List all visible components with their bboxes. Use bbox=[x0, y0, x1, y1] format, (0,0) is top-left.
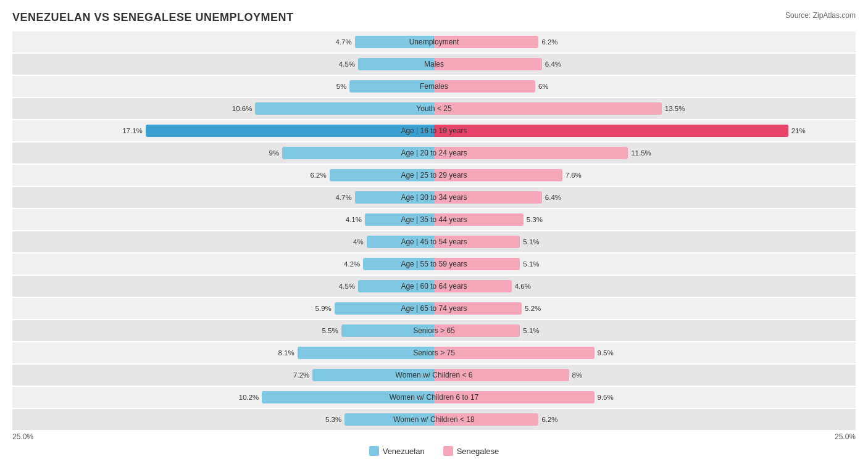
value-left: 5.3% bbox=[325, 416, 341, 423]
axis-right: 25.0% bbox=[434, 432, 856, 441]
axis-label-right: 25.0% bbox=[835, 432, 856, 441]
value-left: 5.9% bbox=[315, 305, 332, 312]
chart-row: 4.7% Unemployment 6.2% bbox=[12, 31, 856, 52]
chart-row: 6.2% Age | 25 to 29 years 7.6% bbox=[12, 165, 856, 186]
right-content: 6.2% bbox=[434, 31, 856, 52]
right-side: 8% bbox=[434, 365, 856, 386]
left-content: 4.1% bbox=[12, 209, 434, 230]
chart-header: VENEZUELAN VS SENEGALESE UNEMPLOYMENT So… bbox=[12, 11, 856, 24]
value-left: 4.7% bbox=[335, 38, 351, 46]
bar-senegalese bbox=[434, 147, 628, 159]
bars-wrapper: 4.7% Age | 30 to 34 years 6.4% bbox=[12, 187, 856, 208]
bars-wrapper: 4.7% Unemployment 6.2% bbox=[12, 31, 856, 52]
right-content: 6.2% bbox=[434, 409, 856, 430]
bars-wrapper: 5% Females 6% bbox=[12, 76, 856, 97]
left-side: 4.7% bbox=[12, 31, 434, 52]
value-right: 5.3% bbox=[527, 216, 543, 223]
chart-row: 10.2% Women w/ Children 6 to 17 9.5% bbox=[12, 387, 856, 408]
bar-senegalese bbox=[434, 324, 520, 337]
chart-row: 5.5% Seniors > 65 5.1% bbox=[12, 320, 856, 341]
chart-row: 4.7% Age | 30 to 34 years 6.4% bbox=[12, 187, 856, 208]
left-content: 4.7% bbox=[12, 187, 434, 208]
right-content: 5.1% bbox=[434, 254, 856, 275]
right-content: 9.5% bbox=[434, 342, 856, 363]
bar-venezuelan bbox=[358, 280, 434, 292]
chart-row: 7.2% Women w/ Children < 6 8% bbox=[12, 365, 856, 386]
left-side: 10.2% bbox=[12, 387, 434, 408]
left-content: 5.9% bbox=[12, 298, 434, 319]
bar-senegalese bbox=[434, 391, 595, 403]
legend-label-venezuelan: Venezuelan bbox=[383, 447, 425, 456]
value-left: 4.2% bbox=[344, 260, 360, 268]
value-left: 4% bbox=[353, 238, 364, 246]
bars-wrapper: 10.2% Women w/ Children 6 to 17 9.5% bbox=[12, 387, 856, 408]
bar-venezuelan bbox=[363, 258, 434, 270]
bars-wrapper: 4.5% Males 6.4% bbox=[12, 54, 856, 75]
value-left: 4.1% bbox=[346, 216, 362, 223]
left-content: 10.2% bbox=[12, 387, 434, 408]
right-content: 7.6% bbox=[434, 165, 856, 186]
value-right: 9.5% bbox=[598, 349, 614, 357]
value-left: 4.7% bbox=[335, 194, 351, 201]
bar-venezuelan bbox=[341, 324, 434, 337]
bar-venezuelan bbox=[355, 191, 434, 204]
right-side: 6.4% bbox=[434, 54, 856, 75]
value-right: 8% bbox=[572, 371, 583, 379]
left-side: 7.2% bbox=[12, 365, 434, 386]
left-side: 4.1% bbox=[12, 209, 434, 230]
right-side: 6.4% bbox=[434, 187, 856, 208]
left-content: 6.2% bbox=[12, 165, 434, 186]
chart-container: VENEZUELAN VS SENEGALESE UNEMPLOYMENT So… bbox=[0, 0, 868, 462]
right-side: 5.3% bbox=[434, 209, 856, 230]
legend-item-senegalese: Senegalese bbox=[443, 446, 499, 456]
right-side: 4.6% bbox=[434, 276, 856, 297]
value-left: 4.5% bbox=[339, 283, 355, 290]
value-right: 5.1% bbox=[523, 260, 539, 268]
chart-row: 17.1% Age | 16 to 19 years 21% bbox=[12, 120, 856, 141]
left-content: 4.5% bbox=[12, 54, 434, 75]
chart-row: 5.9% Age | 65 to 74 years 5.2% bbox=[12, 298, 856, 319]
left-side: 6.2% bbox=[12, 165, 434, 186]
value-right: 6.4% bbox=[545, 194, 561, 201]
bar-senegalese bbox=[434, 258, 520, 270]
chart-row: 5.3% Women w/ Children < 18 6.2% bbox=[12, 409, 856, 430]
value-left: 9% bbox=[269, 149, 280, 157]
right-side: 5.2% bbox=[434, 298, 856, 319]
bar-venezuelan bbox=[335, 302, 434, 315]
left-side: 5.9% bbox=[12, 298, 434, 319]
left-side: 5.5% bbox=[12, 320, 434, 341]
bar-venezuelan bbox=[344, 413, 434, 426]
chart-row: 9% Age | 20 to 24 years 11.5% bbox=[12, 143, 856, 163]
right-side: 13.5% bbox=[434, 98, 856, 119]
chart-row: 8.1% Seniors > 75 9.5% bbox=[12, 342, 856, 363]
right-content: 5.2% bbox=[434, 298, 856, 319]
value-right: 4.6% bbox=[515, 283, 531, 290]
axis-label-left: 25.0% bbox=[12, 432, 33, 441]
bar-senegalese bbox=[434, 169, 562, 181]
bar-venezuelan bbox=[255, 102, 434, 115]
value-left: 5% bbox=[336, 83, 347, 90]
bar-senegalese bbox=[434, 80, 535, 93]
right-content: 21% bbox=[434, 120, 856, 141]
bars-wrapper: 17.1% Age | 16 to 19 years 21% bbox=[12, 120, 856, 141]
value-right: 5.1% bbox=[523, 327, 539, 334]
value-right: 7.6% bbox=[565, 172, 582, 179]
bar-senegalese bbox=[434, 58, 542, 70]
chart-title: VENEZUELAN VS SENEGALESE UNEMPLOYMENT bbox=[12, 11, 294, 24]
bar-venezuelan bbox=[312, 369, 434, 381]
bar-venezuelan bbox=[358, 58, 434, 70]
value-right: 6.2% bbox=[541, 416, 557, 423]
chart-row: 10.6% Youth < 25 13.5% bbox=[12, 98, 856, 119]
right-side: 5.1% bbox=[434, 254, 856, 275]
bar-venezuelan bbox=[298, 347, 434, 359]
legend-label-senegalese: Senegalese bbox=[457, 447, 499, 456]
left-content: 9% bbox=[12, 143, 434, 163]
legend-color-venezuelan bbox=[369, 446, 379, 456]
right-side: 6.2% bbox=[434, 31, 856, 52]
left-side: 8.1% bbox=[12, 342, 434, 363]
right-side: 9.5% bbox=[434, 342, 856, 363]
right-content: 6.4% bbox=[434, 54, 856, 75]
right-side: 6% bbox=[434, 76, 856, 97]
left-side: 5.3% bbox=[12, 409, 434, 430]
chart-row: 4% Age | 45 to 54 years 5.1% bbox=[12, 231, 856, 252]
